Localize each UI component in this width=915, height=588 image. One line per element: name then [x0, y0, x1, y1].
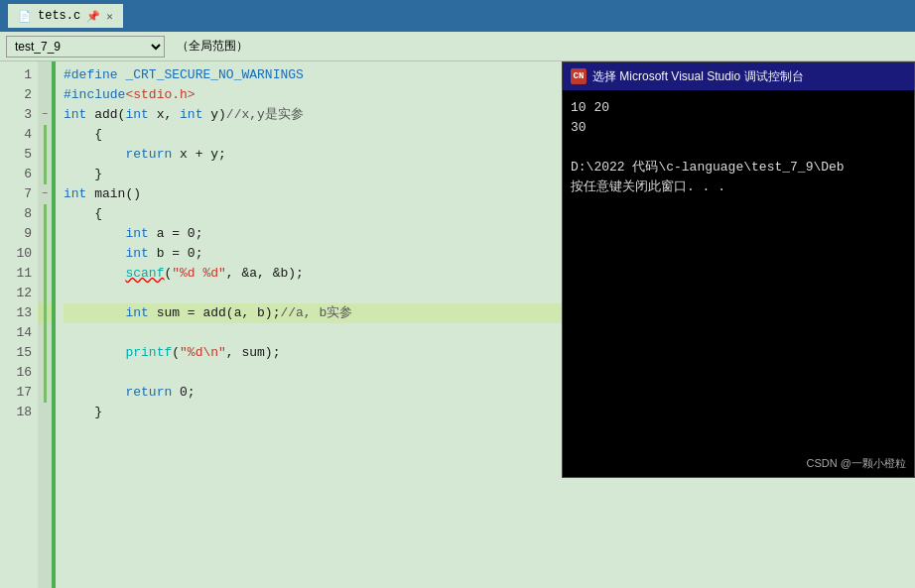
code-line-15-args: , sum);	[226, 343, 281, 363]
editor-area: 1 2 3 4 5 6 7 8 9 10 11 12 13 14 15 16 1…	[0, 61, 915, 588]
code-line-10-kw: int	[125, 244, 148, 264]
console-line-2: 30	[571, 118, 906, 138]
code-line-11-scanf: scanf	[125, 264, 164, 284]
code-line-11-args: , &a, &b);	[226, 264, 304, 284]
code-line-18-text: }	[64, 403, 102, 422]
code-line-17-val: 0;	[172, 383, 195, 403]
gutter-18	[38, 403, 52, 422]
code-line-5-indent	[64, 145, 125, 165]
code-line-13-comment: //a, b实参	[280, 303, 352, 323]
line-num-14: 14	[12, 323, 32, 343]
console-line-5: 按任意键关闭此窗口. . .	[571, 177, 906, 197]
code-line-3-kw3: int	[180, 105, 202, 125]
scope-label: （全局范围）	[177, 38, 248, 55]
code-line-11-p1: (	[164, 264, 172, 284]
console-icon: CN	[571, 68, 587, 84]
gutter-9	[38, 224, 52, 244]
collapse-gutter: − −	[38, 61, 52, 588]
code-content[interactable]: #define _CRT_SECURE_NO_WARNINGS #include…	[56, 61, 915, 588]
file-icon: 📄	[18, 10, 32, 23]
line-num-18: 18	[12, 403, 32, 422]
code-line-13-sum: sum = add(a, b);	[149, 303, 281, 323]
console-window[interactable]: CN 选择 Microsoft Visual Studio 调试控制台 10 2…	[562, 61, 915, 478]
code-line-3-fn: add(	[86, 105, 125, 125]
code-line-3-kw1: int	[64, 105, 86, 125]
line-num-10: 10	[12, 244, 32, 264]
code-line-3-kw2: int	[125, 105, 148, 125]
code-line-4-text: {	[64, 125, 102, 145]
code-line-8-text: {	[64, 204, 102, 224]
gutter-12	[38, 284, 52, 303]
console-titlebar: CN 选择 Microsoft Visual Studio 调试控制台	[563, 62, 914, 90]
tab-label: tets.c	[38, 9, 80, 23]
line-num-12: 12	[12, 284, 32, 303]
code-line-3-comment: //x,y是实参	[226, 105, 304, 125]
line-num-16: 16	[12, 363, 32, 383]
line-num-13: 13	[12, 303, 32, 323]
code-line-3-x: x,	[149, 105, 180, 125]
code-line-11-str: "%d %d"	[172, 264, 226, 284]
gutter-4	[38, 125, 52, 145]
line-num-4: 4	[12, 125, 32, 145]
gutter-13	[38, 303, 52, 323]
file-tab[interactable]: 📄 tets.c 📌 ✕	[8, 4, 123, 28]
line-num-5: 5	[12, 145, 32, 165]
gutter-3-collapse[interactable]: −	[38, 105, 52, 125]
line-num-11: 11	[12, 264, 32, 284]
code-line-15-p1: (	[172, 343, 180, 363]
code-line-11-indent	[64, 264, 125, 284]
line-num-6: 6	[12, 165, 32, 184]
gutter-14	[38, 323, 52, 343]
code-line-9-indent	[64, 224, 125, 244]
gutter-1	[38, 65, 52, 85]
gutter-5	[38, 145, 52, 165]
line-num-3: 3	[12, 105, 32, 125]
code-line-15-str: "%d\n"	[180, 343, 226, 363]
gutter-15	[38, 343, 52, 363]
toolbar: test_7_9 （全局范围）	[0, 32, 915, 61]
console-line-4: D:\2022 代码\c-language\test_7_9\Deb	[571, 158, 906, 177]
console-line-1: 10 20	[571, 98, 906, 118]
gutter-10	[38, 244, 52, 264]
code-line-17-return: return	[125, 383, 172, 403]
code-line-2-file: <stdio.h>	[125, 85, 195, 105]
gutter-16	[38, 363, 52, 383]
code-line-17-indent	[64, 383, 125, 403]
code-line-13-kw: int	[125, 303, 148, 323]
line-num-2: 2	[12, 85, 32, 105]
line-num-7: 7	[12, 184, 32, 204]
code-line-15-indent	[64, 343, 125, 363]
line-num-8: 8	[12, 204, 32, 224]
code-line-7-kw: int	[64, 184, 86, 204]
line-num-15: 15	[12, 343, 32, 363]
function-select[interactable]: test_7_9	[6, 36, 165, 58]
code-line-5-return: return	[125, 145, 172, 165]
gutter-2	[38, 85, 52, 105]
gutter-6	[38, 165, 52, 184]
line-num-1: 1	[12, 65, 32, 85]
line-numbers: 1 2 3 4 5 6 7 8 9 10 11 12 13 14 15 16 1…	[0, 61, 38, 588]
code-line-10-indent	[64, 244, 125, 264]
code-line-3-y: y)	[202, 105, 225, 125]
code-line-15-printf: printf	[125, 343, 172, 363]
title-bar: 📄 tets.c 📌 ✕	[0, 0, 915, 32]
code-line-2-include: #include	[64, 85, 125, 105]
gutter-17	[38, 383, 52, 403]
line-num-9: 9	[12, 224, 32, 244]
code-line-1-text: #define _CRT_SECURE_NO_WARNINGS	[64, 65, 304, 85]
console-title-text: 选择 Microsoft Visual Studio 调试控制台	[592, 68, 804, 85]
code-line-7-main: main()	[86, 184, 141, 204]
console-body: 10 20 30 D:\2022 代码\c-language\test_7_9\…	[563, 90, 914, 452]
console-footer: CSDN @一颗小橙粒	[563, 452, 914, 477]
line-num-17: 17	[12, 383, 32, 403]
gutter-7-collapse[interactable]: −	[38, 184, 52, 204]
tab-close-icon[interactable]: ✕	[106, 10, 113, 23]
tab-pin-icon[interactable]: 📌	[86, 10, 100, 23]
gutter-8	[38, 204, 52, 224]
code-line-13-indent	[64, 303, 125, 323]
code-line-9-kw: int	[125, 224, 148, 244]
console-line-3	[571, 138, 906, 158]
code-line-10-var: b = 0;	[149, 244, 203, 264]
gutter-11	[38, 264, 52, 284]
code-line-9-var: a = 0;	[149, 224, 203, 244]
